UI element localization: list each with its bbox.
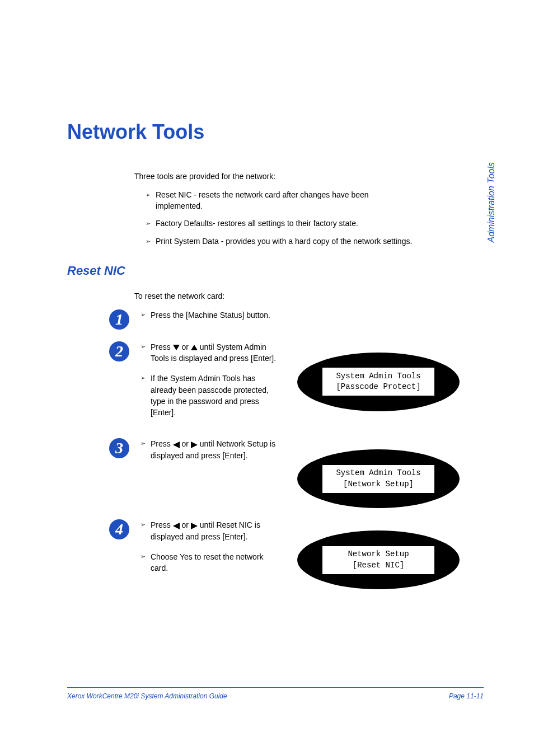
page-footer: Xerox WorkCentre M20i System Administrat…: [67, 687, 484, 700]
step-instruction: Choose Yes to reset the network card.: [140, 551, 280, 574]
bullet-item: Reset NIC - resets the network card afte…: [146, 190, 416, 212]
right-arrow-icon: [191, 442, 198, 448]
text-fragment: Press: [151, 439, 173, 448]
lcd-line: [Reset NIC]: [353, 560, 404, 571]
chapter-tab: Administration Tools: [486, 162, 496, 242]
lcd-line: System Admin Tools: [336, 468, 420, 479]
bullet-item: Factory Defaults- restores all settings …: [146, 218, 416, 229]
down-arrow-icon: [173, 345, 180, 350]
left-arrow-icon: [173, 442, 180, 448]
section-subtitle: Reset NIC: [67, 264, 484, 278]
lcd-line: [Passcode Protect]: [336, 382, 420, 393]
text-fragment: Press: [151, 520, 173, 529]
bullet-item: Print System Data - provides you with a …: [146, 236, 416, 247]
sub-intro: To reset the network card:: [134, 292, 484, 300]
lcd-screen: Network Setup [Reset NIC]: [322, 546, 434, 574]
step-number-badge: 2: [109, 341, 129, 361]
right-arrow-icon: [191, 523, 198, 529]
lcd-screen: System Admin Tools [Passcode Protect]: [322, 368, 434, 396]
lcd-display: Network Setup [Reset NIC]: [297, 530, 460, 589]
text-fragment: or: [182, 342, 191, 351]
step-number-badge: 1: [109, 309, 129, 330]
step-instruction: Press or until Reset NIC is displayed an…: [140, 519, 280, 542]
text-fragment: or: [182, 439, 191, 448]
step-1: 1 Press the [Machine Status] button.: [67, 309, 484, 330]
step-3: 3 Press or until Network Setup is displa…: [67, 438, 484, 508]
text-fragment: Press: [151, 342, 173, 351]
manual-page: Administration Tools Network Tools Three…: [0, 0, 534, 756]
step-4: 4 Press or until Reset NIC is displayed …: [67, 519, 484, 589]
lcd-line: Network Setup: [348, 549, 409, 560]
lcd-line: [Network Setup]: [343, 479, 414, 490]
lcd-display: System Admin Tools [Network Setup]: [297, 449, 460, 508]
lcd-display: System Admin Tools [Passcode Protect]: [297, 353, 460, 411]
intro-text: Three tools are provided for the network…: [134, 172, 484, 181]
footer-right: Page 11-11: [449, 692, 484, 700]
up-arrow-icon: [191, 345, 198, 350]
step-instruction: Press the [Machine Status] button.: [140, 309, 280, 321]
step-number-badge: 4: [109, 519, 129, 539]
step-instruction: Press or until Network Setup is displaye…: [140, 438, 280, 461]
lcd-line: System Admin Tools: [336, 371, 420, 382]
step-instruction: If the System Admin Tools has already be…: [140, 373, 280, 418]
text-fragment: or: [182, 520, 191, 529]
step-number-badge: 3: [109, 438, 129, 458]
lcd-screen: System Admin Tools [Network Setup]: [322, 465, 434, 493]
footer-left: Xerox WorkCentre M20i System Administrat…: [67, 692, 227, 700]
intro-bullets: Reset NIC - resets the network card afte…: [146, 190, 416, 247]
page-title: Network Tools: [67, 120, 484, 144]
left-arrow-icon: [173, 523, 180, 529]
step-instruction: Press or until System Admin Tools is dis…: [140, 341, 280, 364]
step-2: 2 Press or until System Admin Tools is d…: [67, 341, 484, 428]
